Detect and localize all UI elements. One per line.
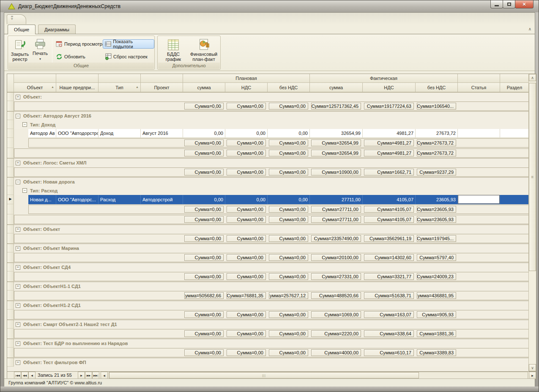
group-row[interactable]: +Объект: Объект СД4 [7,263,529,271]
nav-first-button[interactable]: |◀◀ [14,372,21,379]
cell-section[interactable] [500,195,529,204]
cell-type[interactable]: Расход [98,195,141,204]
scroll-down-button[interactable]: ∨ [529,364,536,371]
expand-icon[interactable]: + [16,360,20,365]
group-row[interactable]: +Объект: Объект Марина [7,244,529,252]
horizontal-scroll-thumb[interactable]: ||| [109,372,419,378]
expand-icon[interactable]: + [16,246,20,251]
group-row[interactable]: +Объект: Логос: Сметы ХМЛ [7,158,529,167]
close-button[interactable]: ✕ [515,0,534,8]
cell-project[interactable]: Автодорстрой [141,195,183,204]
data-row[interactable]: Автодор АвООО "АвтодорстроДоходАвгуст 20… [7,129,529,138]
tab-obshchie[interactable]: Общие [8,25,36,34]
column-header-fact-novat[interactable]: без НДС [416,83,458,92]
cell-plan_sum[interactable]: 0,00 [183,129,225,138]
column-header-section[interactable]: Раздел [500,83,529,92]
tab-diagrammy[interactable]: Диаграммы [38,25,76,34]
column-header-plan-vat[interactable]: НДС [225,83,268,92]
group-row[interactable]: −Тип: Расход [7,186,529,195]
show-subtotals-button[interactable]: Показать подытоги [103,39,154,49]
expand-icon[interactable]: + [16,303,20,308]
cell-plan_vat[interactable]: 0,00 [225,195,268,204]
column-header-fact-sum[interactable]: сумма [310,83,363,92]
expand-icon[interactable]: + [16,227,20,232]
horizontal-scrollbar[interactable]: ||| [109,372,528,379]
nav-last-button[interactable]: ▶▶| [92,372,99,379]
minimize-button[interactable] [490,0,503,8]
scroll-up-button[interactable]: ∧ [529,74,536,81]
financial-plan-fact-button[interactable]: Финансовый план-факт [189,37,219,63]
column-header-article[interactable]: Статья [458,83,500,92]
summary-value: Сумма=0,00 [269,273,308,280]
quick-access-chevron-icon[interactable]: ▿ [11,16,13,21]
cell-section[interactable] [500,129,529,138]
cell-plan_sum[interactable]: 0,00 [183,195,225,204]
column-header-company[interactable]: Наше предпри... [56,83,98,92]
close-register-button[interactable]: Закрыть реестр [10,37,30,63]
cell-object[interactable]: Автодор Ав [28,129,56,138]
cell-article[interactable] [458,195,500,204]
print-dropdown-icon[interactable]: ▾ [39,57,41,61]
collapse-icon[interactable]: − [16,114,20,118]
column-header-object[interactable]: Объект▲ [14,83,56,92]
expand-icon[interactable]: + [16,265,20,270]
cell-type[interactable]: Доход [98,129,141,138]
group-row[interactable]: −Тип: Доход [7,120,529,129]
column-header-plan-sum[interactable]: сумма [183,83,225,92]
expand-icon[interactable]: + [16,341,20,346]
expand-icon[interactable]: + [16,95,20,99]
cell-article[interactable] [458,129,500,138]
column-header-type[interactable]: Тип▲ [98,83,141,92]
cell-fact_vat[interactable]: 4105,07 [363,195,416,204]
collapse-icon[interactable]: − [22,122,27,127]
view-period-button[interactable]: Период просмотра [54,39,107,49]
article-cell-editor[interactable] [458,195,500,204]
column-header-project[interactable]: Проект [141,83,183,92]
cell-company[interactable]: ООО "Автодорс... [56,195,98,204]
summary-value: Сумма=23605,93 [417,216,456,223]
cell-plan_vat[interactable]: 0,00 [225,129,268,138]
expand-icon[interactable]: + [16,161,20,165]
bdds-chart-button[interactable]: БДДС график [159,37,187,63]
data-row[interactable]: ▶Новая д...ООО "Автодорс...РасходАвтодор… [7,195,529,204]
cell-plan_novat[interactable]: 0,00 [268,129,310,138]
group-row[interactable]: +Объект: Смарт Объект2-1 Наше2 тест Д1 [7,320,529,329]
cell-fact_novat[interactable]: 27673,72 [416,129,458,138]
group-row[interactable]: −Объект: Новая дорога [7,177,529,186]
cell-plan_novat[interactable]: 0,00 [268,195,310,204]
cell-fact_sum[interactable]: 32654,99 [310,129,363,138]
group-row[interactable]: −Объект: Автодор Август 2016 [7,111,529,120]
collapse-icon[interactable]: − [16,180,20,184]
print-button[interactable]: Печать ▾ [30,37,50,63]
group-row[interactable]: +Объект: ОбъектН1-2 СД1 [7,301,529,310]
group-row[interactable]: +Объект: [7,92,529,101]
collapse-icon[interactable]: − [22,188,27,193]
group-row[interactable]: +Объект: Тест БДР по выплнению из Нарядо… [7,339,529,348]
hscroll-right-button[interactable]: ▸ [529,372,536,379]
vertical-scroll-thumb[interactable]: ≡ [529,83,536,271]
group-row[interactable]: +Объект: ОбъектН1-1 СД1 [7,282,529,291]
cell-object[interactable]: Новая д... [28,195,56,204]
group-row[interactable]: +Объект: Тест фильтров ФП [7,358,529,367]
group-label: Объект: ОбъектН1-1 СД1 [23,284,81,289]
column-header-plan-novat[interactable]: без НДС [268,83,310,92]
nav-next-page-button[interactable]: ▶▶ [85,372,92,379]
nav-prev-page-button[interactable]: ◀◀ [21,372,28,379]
cell-fact_sum[interactable]: 27711,00 [310,195,363,204]
expand-icon[interactable]: + [16,322,20,327]
nav-prev-button[interactable]: ◀ [28,372,36,379]
cell-company[interactable]: ООО "Автодорстро [56,129,98,138]
cell-project[interactable]: Август 2016 [141,129,183,138]
group-row[interactable]: +Объект: Объект [7,225,529,233]
reset-settings-button[interactable]: Сброс настроек [103,52,150,61]
column-header-fact-vat[interactable]: НДС [363,83,416,92]
hscroll-left-button[interactable]: ◂ [101,372,108,379]
cell-fact_novat[interactable]: 23605,93 [416,195,458,204]
maximize-button[interactable] [503,0,515,8]
ribbon-collapse-icon[interactable]: ∧ [528,27,531,31]
refresh-button[interactable]: Обновить [54,52,88,61]
vertical-scrollbar[interactable]: ∧ ≡ ∨ [528,74,536,371]
expand-icon[interactable]: + [16,284,20,289]
cell-fact_vat[interactable]: 4981,27 [363,129,416,138]
nav-next-button[interactable]: ▶ [78,372,85,379]
